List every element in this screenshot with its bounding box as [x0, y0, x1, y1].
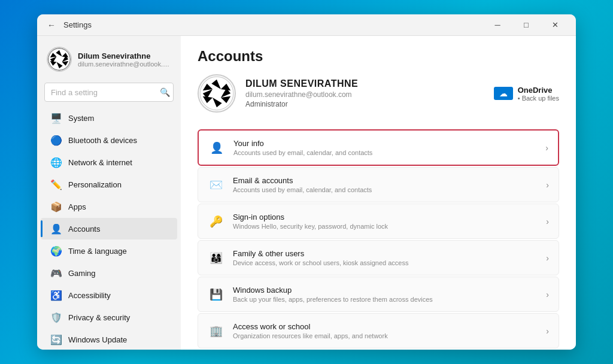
search-box[interactable]: 🔍	[44, 83, 174, 102]
sidebar-profile-text: Dilum Senevirathne dilum.senevirathne@ou…	[78, 51, 171, 68]
windows-backup-icon: 💾	[208, 286, 224, 303]
profile-card-name: DILUM SENEVIRATHNE	[245, 78, 494, 89]
your-info-content: Your info Accounts used by email, calend…	[233, 139, 545, 156]
onedrive-badge[interactable]: ☁ OneDrive Back up files	[494, 86, 559, 102]
minimize-button[interactable]: ─	[484, 16, 511, 35]
maximize-button[interactable]: □	[512, 16, 540, 35]
main-content: Accounts	[181, 36, 576, 350]
email-accounts-title: Email & accounts	[233, 176, 546, 185]
update-icon: 🔄	[50, 333, 62, 345]
system-icon: 🖥️	[50, 112, 62, 124]
settings-list: 👤 Your info Accounts used by email, cale…	[198, 129, 559, 348]
your-info-subtitle: Accounts used by email, calendar, and co…	[233, 149, 545, 156]
settings-row-access-work[interactable]: 🏢 Access work or school Organization res…	[198, 313, 559, 348]
gaming-icon: 🎮	[50, 267, 62, 279]
your-info-icon: 👤	[208, 139, 225, 156]
profile-card-info: DILUM SENEVIRATHNE dilum.senevirathne@ou…	[245, 78, 494, 108]
email-accounts-subtitle: Accounts used by email, calendar, and co…	[233, 186, 546, 193]
windows-backup-title: Windows backup	[233, 286, 546, 295]
accounts-icon: 👤	[50, 223, 62, 235]
settings-row-your-info[interactable]: 👤 Your info Accounts used by email, cale…	[198, 129, 559, 166]
nav-label-network: Network & internet	[68, 158, 132, 167]
apps-icon: 📦	[50, 201, 62, 213]
nav-item-system[interactable]: 🖥️ System	[41, 107, 177, 129]
accessibility-icon: ♿	[50, 289, 62, 301]
profile-card-email: dilum.senevirathne@outlook.com	[245, 90, 494, 99]
nav-label-apps: Apps	[68, 202, 86, 211]
sign-in-subtitle: Windows Hello, security key, password, d…	[233, 223, 546, 230]
avatar	[47, 47, 72, 72]
onedrive-icon: ☁	[494, 87, 513, 100]
search-icon: 🔍	[160, 87, 170, 97]
family-users-subtitle: Device access, work or school users, kio…	[233, 259, 546, 266]
sidebar-profile-email: dilum.senevirathne@outlook.com	[78, 60, 171, 68]
settings-row-email-accounts[interactable]: ✉️ Email & accounts Accounts used by ema…	[198, 167, 559, 202]
your-info-title: Your info	[233, 139, 545, 148]
settings-window: ← Settings ─ □ ✕	[37, 14, 576, 350]
windows-backup-subtitle: Back up your files, apps, preferences to…	[233, 296, 546, 303]
onedrive-subtitle: Back up files	[518, 95, 559, 102]
nav-label-update: Windows Update	[68, 335, 127, 344]
access-work-title: Access work or school	[233, 322, 546, 331]
nav-item-accounts[interactable]: 👤 Accounts	[41, 218, 177, 239]
access-work-icon: 🏢	[208, 323, 224, 339]
nav-list: 🖥️ System 🔵 Bluetooth & devices 🌐 Networ…	[37, 107, 181, 350]
titlebar: ← Settings ─ □ ✕	[37, 14, 576, 36]
sign-in-content: Sign-in options Windows Hello, security …	[233, 213, 546, 230]
bluetooth-icon: 🔵	[50, 134, 62, 146]
sidebar-profile[interactable]: Dilum Senevirathne dilum.senevirathne@ou…	[37, 41, 181, 78]
nav-label-bluetooth: Bluetooth & devices	[68, 136, 137, 145]
nav-item-personalization[interactable]: ✏️ Personalization	[41, 174, 177, 195]
nav-item-time[interactable]: 🌍 Time & language	[41, 240, 177, 262]
email-accounts-chevron: ›	[546, 180, 549, 190]
onedrive-text: OneDrive Back up files	[518, 86, 559, 102]
nav-item-gaming[interactable]: 🎮 Gaming	[41, 262, 177, 284]
email-accounts-icon: ✉️	[208, 177, 224, 193]
window-controls: ─ □ ✕	[484, 16, 569, 35]
profile-card-role: Administrator	[245, 100, 494, 108]
nav-item-bluetooth[interactable]: 🔵 Bluetooth & devices	[41, 129, 177, 151]
access-work-content: Access work or school Organization resou…	[233, 322, 546, 339]
sign-in-title: Sign-in options	[233, 213, 546, 222]
time-icon: 🌍	[50, 245, 62, 257]
settings-row-windows-backup[interactable]: 💾 Windows backup Back up your files, app…	[198, 277, 559, 312]
nav-label-accounts: Accounts	[68, 225, 100, 233]
nav-label-system: System	[68, 114, 94, 123]
content-area: Dilum Senevirathne dilum.senevirathne@ou…	[37, 36, 576, 350]
profile-card: DILUM SENEVIRATHNE dilum.senevirathne@ou…	[198, 74, 559, 117]
family-users-content: Family & other users Device access, work…	[233, 249, 546, 266]
email-accounts-content: Email & accounts Accounts used by email,…	[233, 176, 546, 193]
sidebar: Dilum Senevirathne dilum.senevirathne@ou…	[37, 36, 181, 350]
nav-label-time: Time & language	[68, 247, 127, 256]
nav-item-network[interactable]: 🌐 Network & internet	[41, 151, 177, 173]
nav-item-privacy[interactable]: 🛡️ Privacy & security	[41, 307, 177, 328]
nav-label-personalization: Personalization	[68, 180, 122, 189]
privacy-icon: 🛡️	[50, 311, 62, 323]
nav-item-update[interactable]: 🔄 Windows Update	[41, 329, 177, 350]
family-users-chevron: ›	[546, 253, 549, 263]
sign-in-chevron: ›	[546, 217, 549, 226]
family-users-title: Family & other users	[233, 249, 546, 258]
windows-backup-chevron: ›	[546, 290, 549, 299]
page-title: Accounts	[198, 48, 559, 65]
window-title: Settings	[63, 20, 484, 29]
close-button[interactable]: ✕	[541, 16, 569, 35]
nav-item-accessibility[interactable]: ♿ Accessibility	[41, 284, 177, 306]
family-users-icon: 👨‍👩‍👧	[208, 250, 224, 266]
nav-item-apps[interactable]: 📦 Apps	[41, 196, 177, 217]
back-button[interactable]: ←	[44, 18, 59, 32]
access-work-chevron: ›	[546, 326, 549, 336]
search-input[interactable]	[44, 83, 174, 102]
nav-label-privacy: Privacy & security	[68, 313, 130, 322]
windows-backup-content: Windows backup Back up your files, apps,…	[233, 286, 546, 303]
nav-label-gaming: Gaming	[68, 269, 96, 278]
settings-row-family-users[interactable]: 👨‍👩‍👧 Family & other users Device access…	[198, 240, 559, 275]
settings-row-sign-in[interactable]: 🔑 Sign-in options Windows Hello, securit…	[198, 204, 559, 239]
personalization-icon: ✏️	[50, 178, 62, 190]
your-info-chevron: ›	[545, 143, 548, 153]
sign-in-icon: 🔑	[208, 213, 224, 230]
onedrive-title: OneDrive	[518, 86, 559, 95]
access-work-subtitle: Organization resources like email, apps,…	[233, 332, 546, 339]
main-avatar	[198, 74, 236, 113]
sidebar-profile-name: Dilum Senevirathne	[78, 51, 171, 60]
